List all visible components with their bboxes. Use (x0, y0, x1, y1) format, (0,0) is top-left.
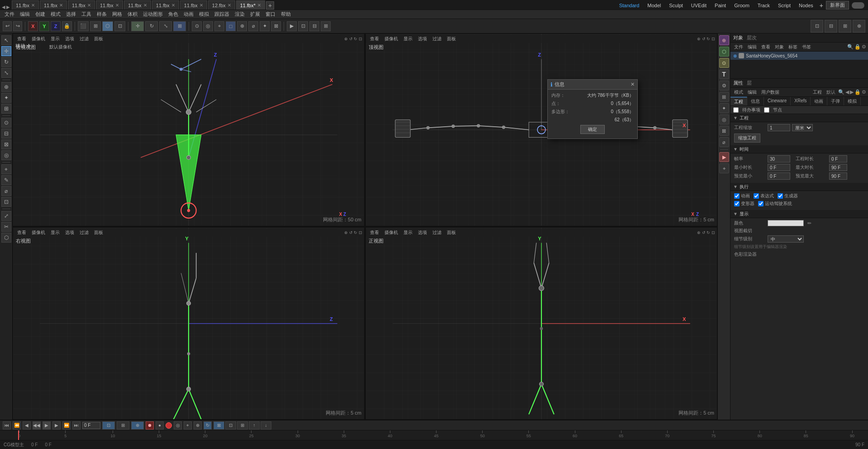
tl-go-start[interactable]: ⏮ (3, 421, 11, 430)
close-icon[interactable]: ✕ (228, 3, 231, 8)
menu-nodes[interactable]: Nodes (795, 2, 817, 9)
lt-tool13[interactable]: ✂ (1, 222, 11, 232)
tl-mode2[interactable]: ⊞ (117, 421, 129, 430)
expr-checkbox[interactable] (754, 193, 759, 199)
ic-null[interactable]: ⊠ (719, 126, 729, 136)
lt-tool4[interactable]: ⊙ (1, 118, 11, 128)
tl-prev-key[interactable]: ⏪ (13, 421, 21, 430)
obj-tb-tags[interactable]: 标签 (787, 44, 799, 50)
vp-tl-filter[interactable]: 过滤 (77, 35, 91, 43)
tab-11fbx-4[interactable]: 11.fbx✕ (96, 0, 123, 10)
prop-tab-cineware[interactable]: Cineware (764, 97, 791, 105)
vp-br-filter[interactable]: 过滤 (430, 229, 444, 236)
viewport-perspective[interactable]: 查看 摄像机 显示 选项 过滤 面板 ⊕ ↺ ↻ ⊡ 透视视图 默认摄像机 (13, 33, 365, 226)
execute-collapse-arrow[interactable]: ▼ (733, 184, 738, 189)
tab-11fbx-7[interactable]: 11.fbx✕ (180, 0, 207, 10)
obj-tb-object[interactable]: 对象 (773, 44, 786, 50)
ic-cam[interactable]: ◎ (719, 115, 729, 124)
props-tb-mode[interactable]: 模式 (732, 89, 745, 96)
tb-right-2[interactable]: ⊟ (825, 20, 837, 33)
camera-btn8[interactable]: ⊠ (271, 21, 281, 31)
vp-bl-options[interactable]: 选项 (63, 229, 76, 236)
props-lock2[interactable]: 🔒 (854, 89, 861, 95)
render-btn3[interactable]: ⊟ (309, 21, 319, 31)
ic-mat[interactable]: ⊙ (719, 58, 729, 68)
menu-uvedit[interactable]: UVEdit (688, 2, 710, 9)
preview-min-input[interactable] (768, 172, 790, 180)
nav-volume[interactable]: 体积 (125, 10, 140, 19)
nav-window[interactable]: 窗口 (263, 10, 278, 19)
vp-br-view[interactable]: 查看 (368, 229, 381, 236)
menu-script[interactable]: Script (774, 2, 794, 9)
time-collapse-arrow[interactable]: ▼ (733, 147, 738, 152)
tl-next-frame[interactable]: ▶ (52, 421, 61, 430)
prop-tab-info[interactable]: 信息 (747, 97, 764, 105)
ic-gear[interactable]: ⚙ (719, 81, 729, 91)
tab-add-button[interactable]: + (266, 1, 274, 10)
lt-tool3[interactable]: ⊞ (1, 104, 11, 114)
nav-render[interactable]: 渲染 (232, 10, 247, 19)
prop-tab-xrefs[interactable]: XRefs (791, 97, 811, 105)
lt-tool2[interactable]: ✦ (1, 93, 11, 103)
props-settings2[interactable]: ⚙ (862, 89, 866, 95)
close-icon[interactable]: ✕ (87, 3, 91, 8)
nav-file[interactable]: 文件 (2, 10, 17, 19)
props-search[interactable]: 🔍 (838, 89, 844, 95)
anim-checkbox[interactable] (734, 193, 740, 199)
lt-tool14[interactable]: ⬡ (1, 233, 11, 243)
tl-mode3[interactable]: ⊕ (131, 421, 144, 430)
tab-nav-arrows[interactable]: ◀ ▶ (0, 5, 12, 10)
lt-tool10[interactable]: ⌀ (1, 186, 11, 196)
lt-tool9[interactable]: ✎ (1, 175, 11, 185)
close-icon[interactable]: ✕ (143, 3, 147, 8)
render-btn4[interactable]: ⊞ (321, 21, 331, 31)
obj-settings-icon[interactable]: ⚙ (862, 44, 866, 50)
lt-tool7[interactable]: ◎ (1, 150, 11, 160)
vp-br-display[interactable]: 显示 (401, 229, 415, 236)
prop-tab-bullet[interactable]: 子弹 (827, 97, 844, 105)
deform-checkbox[interactable] (734, 201, 740, 206)
camera-btn6[interactable]: ⌀ (248, 21, 258, 31)
scale-tool[interactable]: ⤡ (159, 21, 172, 31)
axis-y-toggle[interactable]: Y (39, 21, 49, 31)
close-icon[interactable]: ✕ (257, 3, 261, 8)
eyedropper-icon[interactable]: ✏ (807, 220, 811, 226)
undo-button[interactable]: ↩ (3, 21, 12, 31)
lock-icon[interactable]: 🔒 (62, 21, 72, 31)
ic-obj[interactable]: ⬡ (719, 47, 729, 57)
vp-bl-panel[interactable]: 面板 (92, 229, 105, 236)
tb-right-4[interactable]: ⊕ (853, 20, 865, 33)
node-checkbox[interactable] (764, 107, 769, 113)
obj-tb-bookmarks[interactable]: 书签 (800, 44, 813, 50)
nav-tools[interactable]: 工具 (79, 10, 94, 19)
vp-bl-filter[interactable]: 过滤 (77, 229, 91, 236)
camera-btn4[interactable]: □ (226, 21, 236, 31)
ic-text[interactable]: T (719, 69, 729, 79)
vp-bl-view[interactable]: 查看 (15, 229, 28, 236)
toggle-switch[interactable] (852, 2, 864, 9)
lod-select[interactable]: 中 低 高 (768, 235, 804, 243)
camera-btn3[interactable]: ⌖ (214, 21, 224, 31)
render-btn2[interactable]: ⊡ (298, 21, 308, 31)
viewport-right[interactable]: 查看 摄像机 显示 选项 过滤 面板 ⊕ ↺ ↻ ⊡ 右视图 (13, 227, 365, 420)
edge-mode-btn[interactable]: ⊞ (90, 21, 101, 31)
new-interface-button[interactable]: 新界面 (826, 1, 849, 10)
tl-mb3[interactable]: ⊞ (237, 421, 248, 430)
tl-auto1[interactable]: ⊕ (194, 421, 202, 430)
obj-tb-edit[interactable]: 编辑 (746, 44, 759, 50)
fps-input[interactable] (768, 155, 790, 162)
tl-record[interactable]: ⏺ (146, 421, 154, 430)
max-time-input[interactable] (829, 164, 847, 171)
tl-loop[interactable]: ↻ (204, 421, 212, 430)
obj-item-santa[interactable]: ⊕ SantaHoneyGloves_5654 (730, 52, 868, 60)
info-ok-button[interactable]: 确定 (580, 125, 605, 134)
render-btn1[interactable]: ▶ (287, 21, 297, 31)
nav-spline[interactable]: 样条 (94, 10, 109, 19)
menu-paint[interactable]: Paint (711, 2, 730, 9)
nav-mode[interactable]: 模式 (48, 10, 63, 19)
vp-bl-camera[interactable]: 摄像机 (29, 229, 47, 236)
tl-playhead[interactable] (18, 430, 19, 440)
prop-tab-project[interactable]: 工程 (730, 97, 747, 105)
info-close-btn[interactable]: ✕ (631, 81, 635, 87)
lt-rotate[interactable]: ↻ (1, 57, 11, 67)
